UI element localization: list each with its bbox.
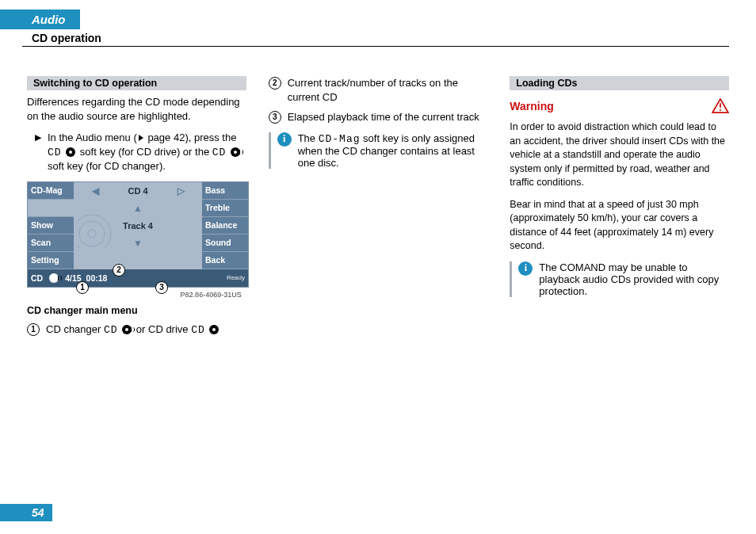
text: The [298,132,319,144]
horizontal-rule [22,46,729,47]
text: In the Audio menu ( [48,132,137,143]
legend-text: CD changer CD or CD drive CD [46,322,220,338]
info-note-2: i The COMAND may be unable to playback a… [510,261,729,297]
legend-item-2: 2 Current track/number of tracks on the … [269,76,488,104]
softkey-bass: Bass [202,182,248,200]
figure-reference: P82.86-4069-31US [27,291,242,299]
warning-paragraph-2: Bear in mind that at a speed of just 30 … [510,198,729,254]
subheading-switching: Switching to CD operation [27,76,246,90]
warning-header: Warning [510,98,729,114]
callout-2-ref: 2 [269,77,281,90]
cd-number-label: CD 4 [116,182,159,200]
step-marker-icon: ▶ [35,132,41,143]
text: soft key (for CD drive) or the [77,146,212,158]
callout-3-ref: 3 [269,111,281,124]
nav-right-icon: ▷ [159,182,202,200]
info-icon: i [518,261,533,276]
instruction-step: ▶ In the Audio menu ( page 42), press th… [27,131,246,174]
softkey-back: Back [202,252,248,269]
page-number: 54 [0,504,52,521]
svg-point-4 [720,109,721,111]
status-cd: CD [31,273,43,283]
manual-page: Audio CD operation Switching to CD opera… [0,0,756,534]
device-screenshot: CD-Mag ◀ CD 4 ▷ Bass ▲ Treble Show Track… [27,181,249,288]
cd-changer-icon [231,147,240,157]
legend-item-1: 1 CD changer CD or CD drive CD [27,322,246,338]
status-ready: Ready [227,274,245,281]
status-time: 00:18 [86,273,108,283]
svg-point-2 [88,230,96,238]
softkey-label: CD-Mag [319,133,361,145]
softkey-label: CD [191,324,205,336]
info-text: The COMAND may be unable to playback aud… [539,261,729,297]
softkey-label: CD [104,324,118,336]
column-2: 2 Current track/number of tracks on the … [269,76,488,343]
page-ref-icon [139,135,143,141]
instruction-text: In the Audio menu ( page 42), press the … [48,131,246,174]
status-track-count: 4/15 [65,273,81,283]
status-disc-icon [49,273,59,283]
cd-art-icon [78,200,125,248]
softkey-show: Show [28,217,74,235]
chapter-tab: Audio [0,10,80,29]
intro-paragraph: Differences regarding the CD mode depend… [27,95,246,123]
info-text: The CD-Mag soft key is only assigned whe… [298,132,488,169]
info-note: i The CD-Mag soft key is only assigned w… [269,132,488,169]
softkey-cdmag: CD-Mag [28,182,74,200]
warning-label: Warning [510,100,553,113]
info-icon: i [277,132,292,147]
legend-text: Elapsed playback time of the current tra… [288,110,479,124]
text: ), press the [185,132,236,143]
legend-text: Current track/number of tracks on the cu… [288,76,488,104]
column-1: Switching to CD operation Differences re… [27,76,246,343]
softkey-empty [28,200,74,217]
column-3: Loading CDs Warning In order to avoid di… [510,76,729,343]
softkey-scan: Scan [28,235,74,252]
section-title: CD operation [32,32,101,44]
warning-paragraph-1: In order to avoid distraction which coul… [510,120,729,190]
nav-left-icon: ◀ [74,182,116,200]
softkey-label: CD [48,147,62,158]
text: or CD drive [133,323,191,335]
cd-changer-icon [122,325,132,334]
content-columns: Switching to CD operation Differences re… [27,76,729,343]
softkey-label: CD [212,147,227,158]
svg-point-0 [78,215,111,248]
page-reference: page 42 [147,132,185,143]
svg-point-1 [79,221,105,246]
softkey-treble: Treble [202,200,248,217]
subheading-loading: Loading CDs [510,76,729,90]
callout-1-ref: 1 [27,323,40,336]
status-bar: CD 4/15 00:18 Ready [28,269,248,287]
text: CD changer [46,323,104,335]
warning-triangle-icon [712,98,729,114]
softkey-sound: Sound [202,235,248,252]
cd-drive-icon [66,147,75,157]
text: soft key (for CD changer). [48,160,166,172]
softkey-setting: Setting [28,252,74,269]
figure-caption: CD changer main menu [27,305,246,316]
cd-drive-icon [209,325,219,334]
softkey-balance: Balance [202,217,248,235]
legend-item-3: 3 Elapsed playback time of the current t… [269,110,488,124]
